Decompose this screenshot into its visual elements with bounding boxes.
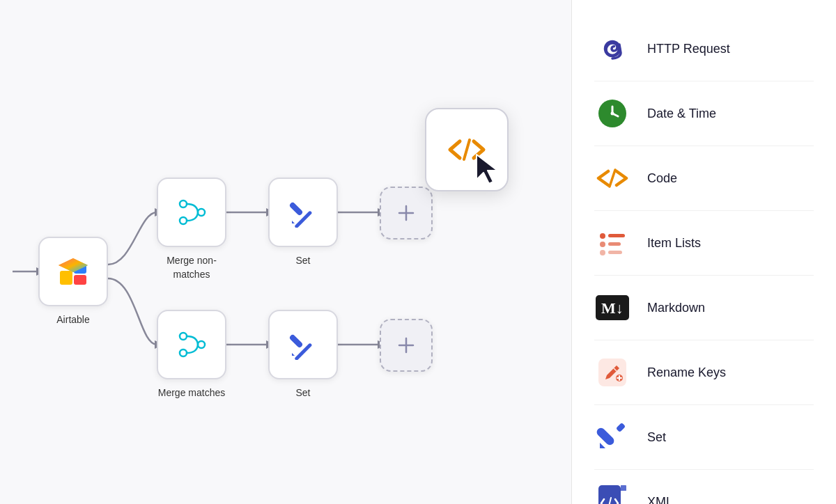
svg-line-25 bbox=[464, 140, 470, 159]
airtable-node-box[interactable] bbox=[38, 237, 108, 306]
sidebar-item-http-request[interactable]: HTTP Request bbox=[594, 17, 814, 81]
sidebar-item-code[interactable]: Code bbox=[594, 146, 814, 211]
markdown-icon-container: M↓ bbox=[594, 290, 630, 326]
clock-icon bbox=[596, 97, 629, 130]
svg-rect-31 bbox=[288, 333, 303, 348]
merge-matches-icon bbox=[175, 328, 208, 361]
set-label: Set bbox=[647, 430, 666, 445]
svg-point-29 bbox=[198, 341, 205, 348]
svg-rect-54 bbox=[616, 423, 626, 432]
svg-rect-42 bbox=[608, 234, 625, 237]
merge-non-label: Merge non-matches bbox=[167, 254, 217, 281]
svg-point-43 bbox=[600, 242, 605, 247]
plus-bottom-box[interactable] bbox=[380, 319, 433, 372]
merge-matches-box[interactable] bbox=[157, 310, 226, 379]
sidebar-item-rename-keys[interactable]: Rename Keys bbox=[594, 340, 814, 405]
svg-marker-32 bbox=[292, 353, 295, 356]
plus-bottom-icon bbox=[396, 335, 417, 356]
svg-text:M↓: M↓ bbox=[601, 299, 624, 317]
code-large-icon bbox=[444, 127, 489, 172]
svg-marker-22 bbox=[292, 221, 295, 223]
set-top-node[interactable]: Set bbox=[268, 178, 338, 268]
plus-bottom-node[interactable] bbox=[380, 319, 433, 372]
code-large-node[interactable] bbox=[425, 108, 509, 191]
set-bottom-node[interactable]: Set bbox=[268, 310, 338, 400]
rename-icon bbox=[596, 356, 629, 389]
xml-label: XML bbox=[647, 495, 673, 505]
sidebar-item-item-lists[interactable]: Item Lists bbox=[594, 211, 814, 276]
code-label: Code bbox=[647, 171, 677, 186]
item-lists-label: Item Lists bbox=[647, 236, 701, 251]
svg-line-40 bbox=[610, 170, 615, 187]
rename-keys-label: Rename Keys bbox=[647, 365, 726, 380]
http-request-icon-container bbox=[594, 31, 630, 67]
sidebar-item-xml[interactable]: XML bbox=[594, 470, 814, 504]
svg-rect-46 bbox=[608, 251, 622, 254]
date-time-label: Date & Time bbox=[647, 107, 716, 121]
set-bottom-box[interactable] bbox=[268, 310, 338, 379]
svg-point-41 bbox=[600, 233, 605, 239]
markdown-label: Markdown bbox=[647, 301, 705, 315]
svg-rect-57 bbox=[621, 485, 626, 491]
svg-marker-53 bbox=[600, 443, 605, 448]
svg-point-39 bbox=[611, 112, 614, 116]
svg-point-45 bbox=[600, 250, 605, 255]
merge-matches-node[interactable]: Merge matches bbox=[157, 310, 226, 400]
components-sidebar: HTTP Request Date & Time Code bbox=[571, 0, 836, 504]
svg-point-28 bbox=[180, 349, 187, 356]
at-icon bbox=[596, 32, 629, 65]
sidebar-item-set[interactable]: Set bbox=[594, 405, 814, 470]
svg-rect-21 bbox=[288, 201, 303, 216]
set-bottom-icon bbox=[288, 329, 318, 360]
svg-point-18 bbox=[180, 217, 187, 224]
pencil-icon bbox=[596, 420, 629, 454]
code-icon bbox=[596, 162, 629, 195]
svg-point-27 bbox=[180, 333, 187, 340]
set-bottom-label: Set bbox=[295, 386, 310, 400]
http-request-label: HTTP Request bbox=[647, 42, 730, 56]
markdown-icon: M↓ bbox=[595, 294, 630, 321]
merge-non-box[interactable] bbox=[157, 178, 226, 247]
set-icon-container bbox=[594, 419, 630, 455]
sidebar-item-markdown[interactable]: M↓ Markdown bbox=[594, 276, 814, 340]
airtable-node[interactable]: Airtable bbox=[38, 237, 108, 327]
svg-point-17 bbox=[180, 200, 187, 207]
set-top-icon bbox=[288, 197, 318, 228]
set-top-box[interactable] bbox=[268, 178, 338, 247]
plus-top-node[interactable] bbox=[380, 187, 433, 239]
svg-rect-52 bbox=[596, 426, 616, 447]
plus-top-box[interactable] bbox=[380, 187, 433, 239]
list-icon bbox=[596, 226, 629, 260]
workflow-canvas[interactable]: Airtable Merge non-matches Set bbox=[0, 0, 571, 504]
merge-matches-label: Merge matches bbox=[158, 386, 225, 400]
svg-rect-14 bbox=[74, 275, 86, 285]
xml-icon bbox=[596, 484, 629, 504]
item-lists-icon-container bbox=[594, 225, 630, 261]
sidebar-item-date-time[interactable]: Date & Time bbox=[594, 81, 814, 146]
airtable-label: Airtable bbox=[56, 313, 89, 327]
plus-top-icon bbox=[396, 203, 417, 223]
set-top-label: Set bbox=[295, 254, 310, 268]
airtable-icon bbox=[54, 253, 92, 290]
code-large-box[interactable] bbox=[425, 108, 509, 191]
svg-point-19 bbox=[198, 209, 205, 216]
rename-keys-icon-container bbox=[594, 354, 630, 391]
date-time-icon-container bbox=[594, 95, 630, 132]
code-icon-container bbox=[594, 160, 630, 196]
xml-icon-container bbox=[594, 484, 630, 504]
merge-icon bbox=[175, 196, 208, 229]
svg-rect-44 bbox=[608, 242, 621, 246]
merge-non-matches-node[interactable]: Merge non-matches bbox=[157, 178, 226, 281]
svg-rect-12 bbox=[60, 271, 72, 285]
